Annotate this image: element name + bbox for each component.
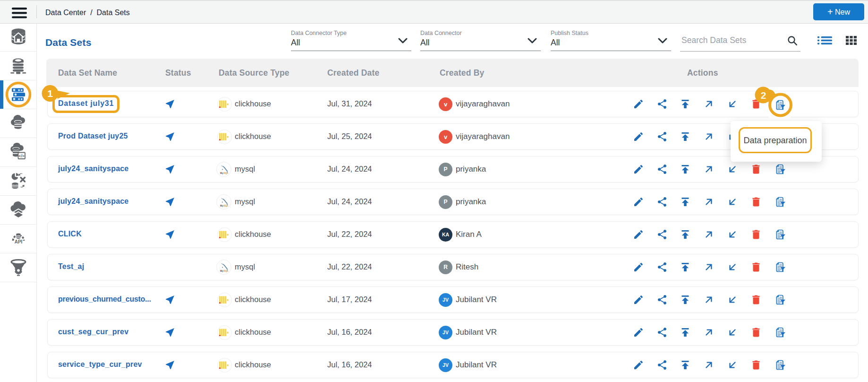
svg-text:2: 2 — [761, 90, 766, 101]
svg-text:SQL: SQL — [224, 172, 229, 174]
svg-text:My: My — [220, 172, 223, 174]
svg-text:My: My — [220, 269, 223, 272]
svg-text:SQL: SQL — [224, 204, 229, 207]
svg-text:My: My — [220, 204, 223, 207]
svg-text:API: API — [15, 239, 23, 244]
svg-text:1: 1 — [47, 88, 53, 99]
svg-text:</>: </> — [19, 154, 25, 158]
svg-text:SQL: SQL — [224, 269, 229, 272]
